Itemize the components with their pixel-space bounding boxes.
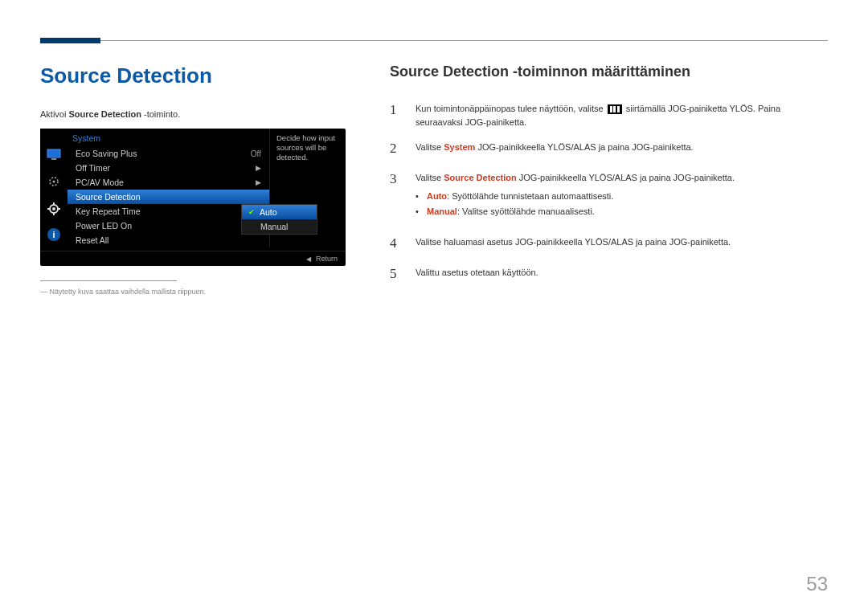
check-icon: ✔ [248,208,255,216]
step-1: 1 Kun toimintonäppäinopas tulee näyttöön… [390,100,828,129]
intro-post: -toiminto. [141,109,180,119]
intro-text: Aktivoi Source Detection -toiminto. [40,109,358,119]
footnote: Näytetty kuva saattaa vaihdella mallista… [40,288,358,296]
bullet-label: Manual [427,206,457,216]
osd-row-offtimer: Off Timer ▶ [68,161,269,175]
bullet-text: : Syöttölähde tunnistetaan automaattises… [447,191,613,201]
osd-row-sourcedetection: Source Detection [68,190,269,204]
step-4: 4 Valitse haluamasi asetus JOG-painikkee… [390,233,828,254]
osd-label: Reset All [76,235,108,245]
osd-label: Off Timer [76,163,110,173]
chevron-right-icon: ▶ [256,178,261,186]
dropdown-label: Manual [260,222,288,231]
osd-row-eco: Eco Saving Plus Off [68,146,269,161]
step-text: Kun toimintonäppäinopas tulee näyttöön, … [416,104,606,113]
keyword-system: System [444,142,475,152]
bullet-text: : Valitse syöttölähde manuaalisesti. [457,206,595,216]
osd-header: System [68,133,269,146]
osd-label: Source Detection [76,192,141,202]
osd-row-reset: Reset All [68,233,269,247]
step-number: 1 [390,100,401,129]
svg-point-3 [53,181,55,183]
chevron-right-icon: ▶ [256,164,261,172]
step-text: Valitse [416,173,444,182]
osd-row-keyrepeat: Key Repeat Time [68,204,269,219]
subsection-heading: Source Detection -toiminnon määrittämine… [390,63,828,80]
menu-icon [608,104,622,114]
dropdown-item-manual: Manual [242,219,317,234]
right-column: Source Detection -toiminnon määrittämine… [390,63,828,296]
osd-return-label: Return [316,255,338,263]
page-number: 53 [806,573,828,595]
gear-icon [46,201,62,217]
step-5: 5 Valittu asetus otetaan käyttöön. [390,264,828,284]
step-text: JOG-painikkeella YLÖS/ALAS ja paina JOG-… [517,173,735,182]
osd-screenshot: i System Eco Saving Plus Off Off Timer ▶ [40,129,346,266]
top-rule [40,40,828,41]
osd-sidebar: i [40,129,68,247]
section-title: Source Detection [40,63,358,88]
step-text: Valitse [416,142,444,152]
svg-point-5 [52,207,55,210]
dropdown-label: Auto [260,207,277,217]
osd-main: System Eco Saving Plus Off Off Timer ▶ [68,129,269,247]
keyword-sourcedetection: Source Detection [444,173,516,182]
step-number: 4 [390,233,401,254]
step-2: 2 Valitse System JOG-painikkeella YLÖS/A… [390,138,828,159]
divider [40,280,177,281]
osd-row-pcav: PC/AV Mode ▶ [68,175,269,190]
osd-label: PC/AV Mode [76,178,124,187]
step-text: JOG-painikkeella YLÖS/ALAS ja paina JOG-… [475,142,693,152]
svg-rect-1 [51,158,56,160]
intro-bold: Source Detection [68,109,141,119]
intro-pre: Aktivoi [40,109,68,119]
dropdown-item-auto: ✔ Auto [242,205,317,219]
osd-value: Off [251,149,261,158]
step-text: Valittu asetus otetaan käyttöön. [416,264,828,284]
osd-label: Eco Saving Plus [76,149,137,158]
svg-rect-0 [47,149,60,157]
triangle-left-icon: ◀ [306,255,311,263]
manual-page: Source Detection Aktivoi Source Detectio… [0,0,868,312]
left-column: Source Detection Aktivoi Source Detectio… [40,63,358,296]
osd-row-powerled: Power LED On [68,219,269,233]
step-text: Valitse haluamasi asetus JOG-painikkeell… [416,233,828,254]
osd-label: Key Repeat Time [76,206,141,216]
osd-footer: ◀ Return [40,251,346,263]
bullet-auto: Auto: Syöttölähde tunnistetaan automaatt… [416,189,828,204]
monitor-icon [46,146,62,162]
osd-dropdown: ✔ Auto Manual [241,204,317,235]
target-icon [46,174,62,190]
bullet-manual: Manual: Valitse syöttölähde manuaalisest… [416,204,828,219]
osd-label: Power LED On [76,221,132,231]
info-icon: i [47,228,60,241]
step-number: 3 [390,169,401,224]
step-number: 5 [390,264,401,284]
step-number: 2 [390,138,401,159]
bullet-label: Auto [427,191,447,201]
step-3: 3 Valitse Source Detection JOG-painikkee… [390,169,828,224]
